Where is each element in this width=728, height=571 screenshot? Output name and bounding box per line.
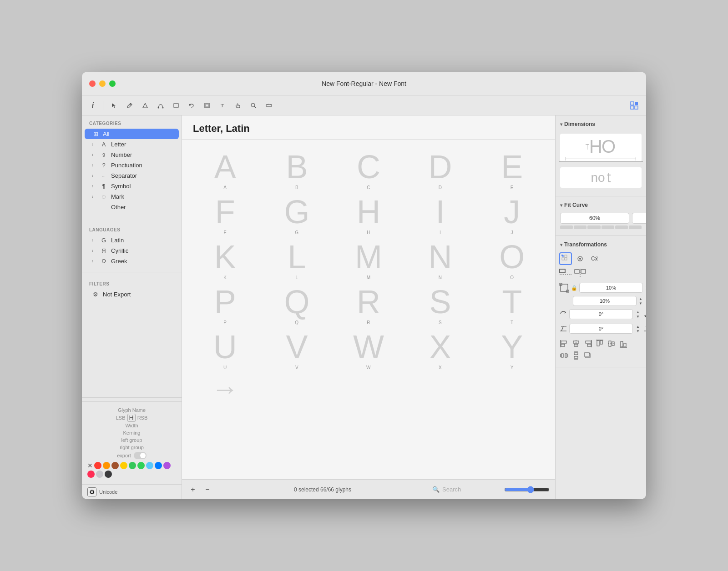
glyph-cell-S[interactable]: S S — [404, 282, 476, 327]
glyph-cell-M[interactable]: M M — [333, 237, 404, 282]
transform-align-left[interactable] — [559, 339, 569, 349]
sidebar-item-punctuation[interactable]: › ? Punctuation — [85, 160, 179, 170]
glyph-cell-Q[interactable]: Q Q — [261, 282, 333, 327]
minimize-button[interactable] — [99, 80, 106, 87]
sidebar-item-latin[interactable]: › G Latin — [85, 235, 179, 245]
sidebar-item-all[interactable]: ⊞ All — [85, 129, 179, 139]
flip-v-button[interactable] — [559, 267, 572, 280]
color-red[interactable] — [94, 462, 101, 469]
glyph-cell-D[interactable]: D D — [404, 147, 476, 192]
glyph-cell-J[interactable]: J J — [476, 192, 548, 237]
add-glyph-button[interactable]: + — [187, 484, 198, 495]
glyph-cell-C[interactable]: C C — [333, 147, 404, 192]
transform-align-vcenter[interactable] — [607, 339, 617, 349]
glyph-cell-K[interactable]: K K — [189, 237, 261, 282]
flip-h-button[interactable]: Cx — [588, 252, 601, 265]
shape-tool-button[interactable] — [139, 99, 152, 112]
undo-button[interactable] — [185, 99, 198, 112]
scale-x-up[interactable]: ▲ — [644, 283, 646, 288]
color-blue[interactable] — [155, 462, 162, 469]
sidebar-item-other[interactable]: Other — [85, 202, 179, 212]
rectangle-tool-button[interactable] — [170, 99, 182, 112]
transform-align-bottom[interactable] — [618, 339, 628, 349]
slant-spinner[interactable]: ▲ ▼ — [635, 324, 641, 333]
hand-tool-button[interactable] — [232, 99, 244, 112]
color-brown[interactable] — [111, 462, 119, 469]
fit-curve-header[interactable]: ▾ Fit Curve — [556, 200, 646, 210]
slant-down[interactable]: ▼ — [635, 329, 641, 333]
glyph-cell-E[interactable]: E E — [476, 147, 548, 192]
sidebar-item-separator[interactable]: › ··· Separator — [85, 170, 179, 181]
color-clear-button[interactable]: ✕ — [87, 462, 93, 469]
align-center-button[interactable] — [574, 252, 586, 265]
color-light-gray[interactable] — [96, 471, 103, 478]
sidebar-item-letter[interactable]: › A Letter — [85, 139, 179, 150]
bezier-tool-button[interactable] — [154, 99, 167, 112]
glyph-cell-A[interactable]: A A — [189, 147, 261, 192]
maximize-button[interactable] — [109, 80, 116, 87]
transform-align-hcenter[interactable] — [571, 339, 581, 349]
rotate-down[interactable]: ▼ — [635, 314, 641, 319]
glyph-cell-F[interactable]: F F — [189, 192, 261, 237]
glyph-cell-R[interactable]: R R — [333, 282, 404, 327]
scale-lock-icon[interactable]: 🔒 — [571, 285, 577, 291]
zoom-slider[interactable] — [504, 486, 550, 493]
dimensions-header[interactable]: ▾ Dimensions — [556, 119, 646, 129]
color-dark[interactable] — [105, 471, 112, 478]
glyph-cell-N[interactable]: N N — [404, 237, 476, 282]
slant-right-button[interactable] — [643, 322, 646, 335]
pen-tool-button[interactable] — [123, 99, 136, 112]
sidebar-item-mark[interactable]: › ◌ Mark — [85, 191, 179, 202]
transform-copy[interactable] — [583, 351, 593, 361]
sidebar-item-number[interactable]: › 9 Number — [85, 150, 179, 160]
scale-x-down[interactable]: ▼ — [644, 288, 646, 292]
glyph-cell-T[interactable]: T T — [476, 282, 548, 327]
color-yellow[interactable] — [120, 462, 127, 469]
measure-tool-button[interactable] — [263, 99, 275, 112]
glyph-cell-I[interactable]: I I — [404, 192, 476, 237]
glyph-cell-B[interactable]: B B — [261, 147, 333, 192]
frame-tool-button[interactable] — [201, 99, 213, 112]
scale-y-up[interactable]: ▲ — [637, 296, 644, 301]
view-toggle-button[interactable] — [628, 99, 641, 112]
glyph-cell-H[interactable]: H H — [333, 192, 404, 237]
scale-icon-button[interactable] — [559, 281, 569, 294]
scale-x-input[interactable] — [579, 283, 643, 293]
transform-align-top[interactable] — [595, 339, 605, 349]
zoom-tool-button[interactable] — [247, 99, 260, 112]
info-icon[interactable]: i — [87, 100, 98, 111]
scale-x-spinner[interactable]: ▲ ▼ — [644, 283, 646, 292]
glyph-cell-X[interactable]: X X — [404, 327, 476, 372]
transform-distribute-h[interactable] — [559, 351, 569, 361]
select-tool-button[interactable] — [108, 99, 121, 112]
close-button[interactable] — [89, 80, 96, 87]
glyph-cell-U[interactable]: U U — [189, 327, 261, 372]
glyph-cell-Y[interactable]: Y Y — [476, 327, 548, 372]
sidebar-item-symbol[interactable]: › ¶ Symbol — [85, 181, 179, 191]
glyph-cell-O[interactable]: O O — [476, 237, 548, 282]
scale-y-down[interactable]: ▼ — [637, 301, 644, 306]
align-tl-button[interactable] — [559, 252, 572, 265]
slant-up[interactable]: ▲ — [635, 324, 641, 329]
transform-distribute-v[interactable] — [571, 351, 581, 361]
rotate-icon-button[interactable] — [559, 308, 567, 321]
color-purple[interactable] — [163, 462, 171, 469]
fit-value-2[interactable] — [632, 213, 646, 224]
rotate-cw-button[interactable] — [643, 308, 646, 321]
color-orange[interactable] — [103, 462, 110, 469]
color-green[interactable] — [129, 462, 136, 469]
remove-glyph-button[interactable]: − — [202, 484, 213, 495]
glyph-cell-arrow[interactable]: → — [189, 372, 261, 405]
search-input[interactable] — [442, 486, 497, 493]
sidebar-item-not-export[interactable]: ⚙ Not Export — [85, 289, 179, 300]
sidebar-item-cyrillic[interactable]: › Я Cyrillic — [85, 245, 179, 256]
color-pink[interactable] — [87, 471, 95, 478]
glyph-cell-V[interactable]: V V — [261, 327, 333, 372]
sidebar-item-greek[interactable]: › Ω Greek — [85, 256, 179, 266]
color-light-blue[interactable] — [146, 462, 153, 469]
slant-input[interactable] — [569, 324, 633, 334]
glyph-cell-P[interactable]: P P — [189, 282, 261, 327]
glyph-cell-L[interactable]: L L — [261, 237, 333, 282]
transform-align-right[interactable] — [583, 339, 593, 349]
rotate-input[interactable] — [569, 309, 633, 319]
